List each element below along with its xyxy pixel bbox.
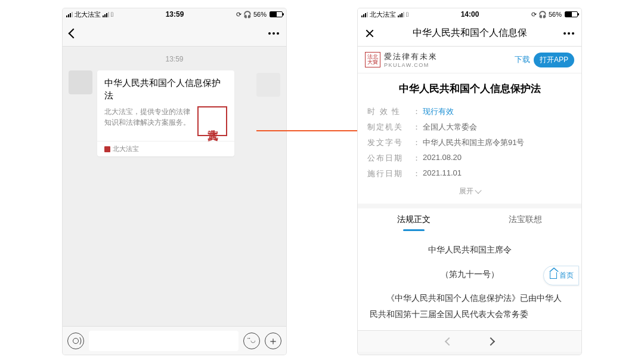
download-link[interactable]: 下载 xyxy=(515,54,530,65)
meta-label: 发文字号 xyxy=(367,137,410,148)
expand-label: 展开 xyxy=(459,186,473,196)
brand-cn: 愛法律有未來 xyxy=(384,51,438,62)
card-source: 北大法宝 xyxy=(97,141,234,156)
brand-seal-icon: 法北大寶 xyxy=(365,52,380,67)
sync-icon: ⟳ xyxy=(236,11,242,19)
page-body[interactable]: 法北大寶 愛法律有未來 PKULAW.COM 下载 打开APP 中华人民共和国个… xyxy=(358,47,581,355)
seal-icon: 北大法寶 xyxy=(197,106,227,136)
more-button[interactable] xyxy=(548,32,574,35)
more-icon xyxy=(564,32,574,35)
battery-icon xyxy=(565,11,578,17)
more-button[interactable] xyxy=(253,32,279,35)
meta-sep: ： xyxy=(413,153,420,164)
message-time: 13:59 xyxy=(63,55,286,63)
webview-navbar: 中华人民共和国个人信息保 xyxy=(358,20,581,47)
brand-en: PKULAW.COM xyxy=(384,62,438,68)
add-button[interactable]: ＋ xyxy=(265,333,281,349)
status-time: 14:00 xyxy=(461,10,479,19)
voice-button[interactable] xyxy=(67,333,84,349)
content-heading: 中华人民共和国主席令 xyxy=(370,242,569,258)
chevron-left-icon xyxy=(69,28,79,38)
meta-sep: ： xyxy=(413,137,420,148)
emoji-button[interactable]: ¨ xyxy=(243,333,260,349)
tab-label: 法宝联想 xyxy=(509,214,542,224)
meta-label: 时 效 性 xyxy=(367,106,410,117)
meta-label: 制定机关 xyxy=(367,122,410,133)
meta-row: 时 效 性：现行有效 xyxy=(367,104,572,119)
chat-navbar xyxy=(63,20,286,47)
home-label: 首页 xyxy=(559,269,574,282)
bottom-nav xyxy=(358,330,581,352)
signal-icon xyxy=(361,12,368,17)
meta-row: 制定机关：全国人大常委会 xyxy=(367,119,572,135)
meta-value[interactable]: 现行有效 xyxy=(423,106,454,117)
signal-icon-2 xyxy=(398,12,404,17)
meta-row: 公布日期：2021.08.20 xyxy=(367,150,572,166)
doc-content[interactable]: 中华人民共和国主席令 （第九十一号） 《中华人民共和国个人信息保护法》已由中华人… xyxy=(358,231,581,330)
link-card[interactable]: 中华人民共和国个人信息保护法 北大法宝，提供专业的法律知识和法律解决方案服务。 … xyxy=(97,70,234,156)
status-bar: 北大法宝 􀙇 13:59 ⟳ 🎧 56% xyxy=(63,8,286,20)
open-app-button[interactable]: 打开APP xyxy=(534,53,574,67)
tab-label: 法规正文 xyxy=(397,214,431,224)
sync-icon: ⟳ xyxy=(531,11,537,19)
meta-value: 2021.11.01 xyxy=(423,168,462,179)
law-detail-screen: 北大法宝 􀙇 14:00 ⟳ 🎧 56% 中华人民共和国个人信息保 法北大寶 xyxy=(358,8,581,355)
meta-sep: ： xyxy=(413,168,420,179)
page-title: 中华人民共和国个人信息保 xyxy=(391,27,548,39)
signal-icon-2 xyxy=(103,12,109,17)
battery-pct: 56% xyxy=(549,11,562,18)
chevron-down-icon xyxy=(475,187,481,193)
tab-fulltext[interactable]: 法规正文 xyxy=(358,208,470,231)
meta-label: 施行日期 xyxy=(367,168,410,179)
meta-row: 发文字号：中华人民共和国主席令第91号 xyxy=(367,135,572,150)
meta-value: 2021.08.20 xyxy=(423,153,462,164)
tab-related[interactable]: 法宝联想 xyxy=(470,208,582,231)
chat-body[interactable]: 13:59 中华人民共和国个人信息保护法 北大法宝，提供专业的法律知识和法律解决… xyxy=(63,47,286,326)
app-banner: 法北大寶 愛法律有未來 PKULAW.COM 下载 打开APP xyxy=(358,47,581,73)
status-time: 13:59 xyxy=(166,10,184,19)
expand-button[interactable]: 展开 xyxy=(367,182,572,199)
battery-icon xyxy=(270,11,283,17)
nav-back-button[interactable] xyxy=(444,337,453,346)
source-icon xyxy=(104,146,110,152)
doc-meta: 中华人民共和国个人信息保护法 时 效 性：现行有效制定机关：全国人大常委会发文字… xyxy=(358,73,581,204)
card-title: 中华人民共和国个人信息保护法 xyxy=(97,70,234,104)
arrow-icon xyxy=(256,130,364,131)
home-icon xyxy=(550,272,557,279)
voice-icon xyxy=(73,338,79,344)
source-label: 北大法宝 xyxy=(113,144,139,153)
chat-screen: 北大法宝 􀙇 13:59 ⟳ 🎧 56% 13:59 中华人民共和国个人信 xyxy=(63,8,286,355)
headset-icon: 🎧 xyxy=(243,11,252,19)
back-button[interactable] xyxy=(70,30,96,37)
wifi-icon: 􀙇 xyxy=(111,11,113,18)
close-icon xyxy=(365,29,374,38)
smile-icon: ¨ xyxy=(247,336,255,345)
battery-pct: 56% xyxy=(253,11,267,18)
content-body: 《中华人民共和国个人信息保护法》已由中华人民共和国第十三届全国人民代表大会常务委 xyxy=(370,290,569,322)
headset-icon: 🎧 xyxy=(538,11,547,19)
brand: 法北大寶 愛法律有未來 PKULAW.COM xyxy=(365,51,438,68)
status-bar: 北大法宝 􀙇 14:00 ⟳ 🎧 56% xyxy=(358,8,581,20)
signal-icon xyxy=(66,12,73,17)
divider xyxy=(358,204,581,208)
more-icon xyxy=(268,32,279,35)
carrier-label: 北大法宝 xyxy=(370,10,396,19)
nav-forward-button[interactable] xyxy=(486,337,494,346)
chat-input-bar: ¨ ＋ xyxy=(63,326,286,355)
meta-row: 施行日期：2021.11.01 xyxy=(367,166,572,182)
meta-value: 中华人民共和国主席令第91号 xyxy=(423,137,524,148)
carrier-label: 北大法宝 xyxy=(75,10,101,19)
avatar[interactable] xyxy=(69,70,92,94)
wifi-icon: 􀙇 xyxy=(406,11,408,18)
meta-value: 全国人大常委会 xyxy=(423,122,477,133)
meta-label: 公布日期 xyxy=(367,153,410,164)
plus-icon: ＋ xyxy=(268,336,278,346)
close-button[interactable] xyxy=(365,29,391,38)
home-fab[interactable]: 首页 xyxy=(543,266,579,285)
own-avatar xyxy=(256,73,280,97)
tabs: 法规正文 法宝联想 xyxy=(358,208,581,231)
message-input[interactable] xyxy=(89,331,239,351)
meta-sep: ： xyxy=(413,106,420,117)
doc-title: 中华人民共和国个人信息保护法 xyxy=(367,82,572,96)
card-desc: 北大法宝，提供专业的法律知识和法律解决方案服务。 xyxy=(104,106,193,128)
